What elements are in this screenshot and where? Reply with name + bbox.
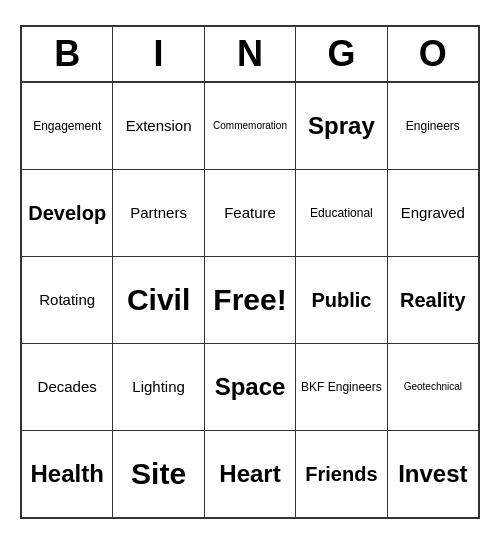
header-letter-g: G bbox=[296, 27, 387, 81]
bingo-row-4: HealthSiteHeartFriendsInvest bbox=[22, 431, 478, 517]
bingo-cell-r0-c4: Engineers bbox=[388, 83, 478, 169]
bingo-row-2: RotatingCivilFree!PublicReality bbox=[22, 257, 478, 344]
bingo-grid: EngagementExtensionCommemorationSprayEng… bbox=[22, 83, 478, 517]
bingo-cell-r4-c1: Site bbox=[113, 431, 204, 517]
bingo-cell-r1-c2: Feature bbox=[205, 170, 296, 256]
header-letter-n: N bbox=[205, 27, 296, 81]
bingo-cell-r0-c1: Extension bbox=[113, 83, 204, 169]
bingo-cell-r2-c4: Reality bbox=[388, 257, 478, 343]
header-letter-o: O bbox=[388, 27, 478, 81]
bingo-cell-r4-c0: Health bbox=[22, 431, 113, 517]
bingo-cell-r4-c2: Heart bbox=[205, 431, 296, 517]
bingo-cell-r3-c3: BKF Engineers bbox=[296, 344, 387, 430]
bingo-cell-r0-c2: Commemoration bbox=[205, 83, 296, 169]
bingo-cell-r2-c1: Civil bbox=[113, 257, 204, 343]
bingo-cell-r0-c3: Spray bbox=[296, 83, 387, 169]
header-letter-b: B bbox=[22, 27, 113, 81]
header-letter-i: I bbox=[113, 27, 204, 81]
bingo-cell-r3-c2: Space bbox=[205, 344, 296, 430]
bingo-cell-r2-c0: Rotating bbox=[22, 257, 113, 343]
bingo-cell-r2-c3: Public bbox=[296, 257, 387, 343]
bingo-header: BINGO bbox=[22, 27, 478, 83]
bingo-row-3: DecadesLightingSpaceBKF EngineersGeotech… bbox=[22, 344, 478, 431]
bingo-cell-r3-c1: Lighting bbox=[113, 344, 204, 430]
bingo-cell-r1-c0: Develop bbox=[22, 170, 113, 256]
bingo-card: BINGO EngagementExtensionCommemorationSp… bbox=[20, 25, 480, 519]
bingo-cell-r1-c4: Engraved bbox=[388, 170, 478, 256]
bingo-row-0: EngagementExtensionCommemorationSprayEng… bbox=[22, 83, 478, 170]
bingo-cell-r3-c4: Geotechnical bbox=[388, 344, 478, 430]
bingo-cell-r1-c3: Educational bbox=[296, 170, 387, 256]
bingo-row-1: DevelopPartnersFeatureEducationalEngrave… bbox=[22, 170, 478, 257]
bingo-cell-r4-c3: Friends bbox=[296, 431, 387, 517]
bingo-cell-r0-c0: Engagement bbox=[22, 83, 113, 169]
bingo-cell-r3-c0: Decades bbox=[22, 344, 113, 430]
bingo-cell-r4-c4: Invest bbox=[388, 431, 478, 517]
bingo-cell-r1-c1: Partners bbox=[113, 170, 204, 256]
bingo-cell-r2-c2: Free! bbox=[205, 257, 296, 343]
